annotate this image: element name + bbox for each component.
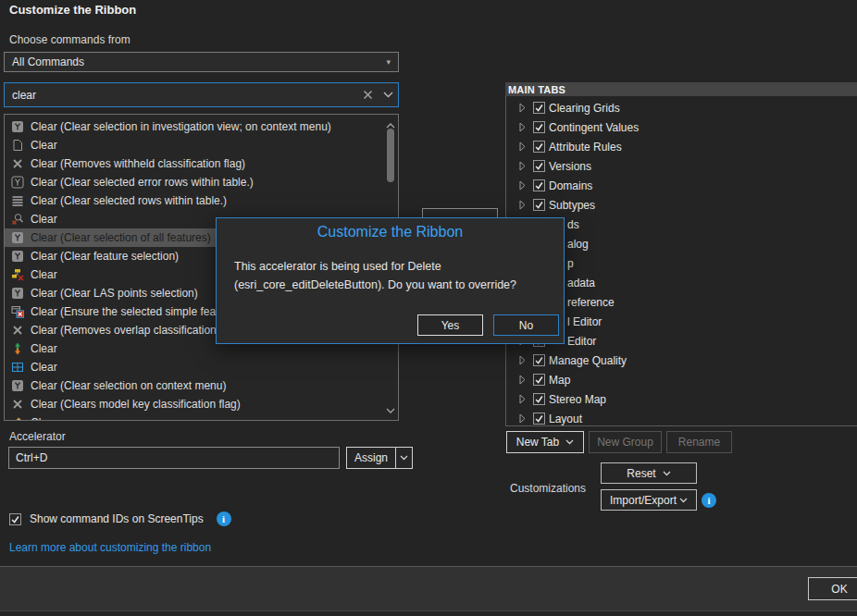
command-label: Clear	[31, 268, 57, 281]
command-label: Clear (Clear selected error rows within …	[31, 176, 254, 189]
grid-blue-icon	[10, 361, 24, 375]
command-label: Clear	[31, 139, 57, 152]
ok-button[interactable]: OK	[808, 577, 857, 600]
expander-icon[interactable]	[519, 394, 527, 404]
new-group-button[interactable]: New Group	[589, 431, 662, 453]
expander-icon[interactable]	[519, 180, 527, 191]
expander-icon[interactable]	[519, 200, 527, 210]
command-search-input[interactable]	[5, 89, 357, 102]
command-row[interactable]: Clear	[5, 413, 382, 421]
clear-search-icon[interactable]	[357, 83, 378, 106]
tab-checkbox[interactable]	[533, 179, 545, 191]
no-label: No	[519, 319, 533, 332]
expander-icon[interactable]	[519, 142, 527, 152]
tree-row[interactable]: Layout	[506, 409, 857, 426]
command-label: Clear (Removes withheld classification f…	[31, 157, 245, 170]
command-label: Clear (Clear feature selection)	[31, 250, 179, 263]
main-tabs-header-label: MAIN TABS	[508, 84, 565, 95]
select-filled-icon	[10, 250, 24, 264]
command-row[interactable]: Clear (Clear selected error rows within …	[5, 173, 382, 191]
tab-label: Subtypes	[549, 199, 595, 212]
chevron-down-icon	[565, 439, 574, 445]
scrollbar-thumb[interactable]	[387, 129, 394, 182]
tab-checkbox[interactable]	[533, 199, 545, 211]
tab-checkbox[interactable]	[533, 354, 545, 366]
reset-label: Reset	[627, 467, 655, 480]
expander-icon[interactable]	[519, 161, 527, 171]
modal-message-line2: (esri_core_editDeleteButton). Do you wan…	[234, 278, 516, 291]
expander-icon[interactable]	[519, 413, 527, 424]
import-export-button[interactable]: Import/Export	[601, 489, 697, 511]
modal-message-line1: This accelerator is being used for Delet…	[234, 260, 441, 273]
sitemap-clear-icon	[10, 268, 24, 282]
show-command-ids-label: Show command IDs on ScreenTips	[30, 512, 204, 525]
page-title: Customize the Ribbon	[9, 3, 136, 17]
yes-button[interactable]: Yes	[417, 314, 483, 336]
command-search-box[interactable]	[4, 82, 399, 107]
expander-icon[interactable]	[519, 355, 527, 365]
tree-row[interactable]: Manage Quality	[506, 351, 857, 370]
show-command-ids-checkbox[interactable]	[9, 513, 21, 525]
table-x-icon	[10, 305, 24, 319]
tree-row[interactable]: Contingent Values	[506, 117, 857, 137]
learn-more-link[interactable]: Learn more about customizing the ribbon	[9, 541, 211, 554]
command-label: Clear	[31, 342, 57, 355]
tab-checkbox[interactable]	[533, 121, 545, 133]
command-row[interactable]: Clear	[5, 136, 382, 154]
command-row[interactable]: Clear (Clear selection on context menu)	[5, 376, 382, 395]
command-label: Clear (Clear selection in investigation …	[31, 120, 331, 133]
x-gray-icon	[10, 324, 24, 338]
show-command-ids-row: Show command IDs on ScreenTips i	[9, 511, 231, 526]
tree-row[interactable]: Subtypes	[506, 195, 857, 215]
assign-dropdown-chevron-icon[interactable]	[395, 448, 412, 468]
tree-row[interactable]: Attribute Rules	[506, 137, 857, 156]
command-label: Clear	[31, 361, 57, 374]
rename-button[interactable]: Rename	[666, 431, 732, 453]
tab-label: Manage Quality	[549, 354, 627, 367]
import-export-label: Import/Export	[610, 494, 677, 507]
commands-source-value: All Commands	[12, 55, 84, 68]
reset-button[interactable]: Reset	[601, 462, 697, 484]
command-row[interactable]: Clear (Removes withheld classification f…	[5, 154, 382, 173]
command-row[interactable]: Clear	[5, 358, 382, 376]
tab-checkbox[interactable]	[533, 413, 545, 425]
select-filled-icon	[10, 379, 24, 393]
tree-row[interactable]: Versions	[506, 156, 857, 176]
tab-checkbox[interactable]	[533, 141, 545, 153]
scroll-down-icon[interactable]	[386, 403, 395, 416]
screentips-info-icon[interactable]: i	[217, 511, 231, 526]
ok-label: OK	[831, 583, 847, 596]
command-row[interactable]: Clear (Clear selected rows within table.…	[5, 191, 382, 210]
search-dropdown-chevron-icon[interactable]	[378, 83, 398, 106]
tab-checkbox[interactable]	[533, 160, 545, 172]
assign-button[interactable]: Assign	[346, 447, 413, 469]
find-clear-icon	[10, 213, 24, 227]
expander-icon[interactable]	[519, 103, 527, 113]
footer-bar	[0, 567, 857, 610]
tree-row[interactable]: Stereo Map	[506, 389, 857, 409]
select-filled-icon	[10, 120, 24, 134]
command-row[interactable]: Clear (Clear selection in investigation …	[5, 117, 382, 136]
expander-icon[interactable]	[519, 122, 527, 132]
select-outline-icon	[10, 176, 24, 190]
commands-source-combo[interactable]: All Commands ▾	[4, 52, 399, 72]
accelerator-input[interactable]	[8, 447, 340, 469]
command-row[interactable]: Clear (Clears model key classification f…	[5, 395, 382, 413]
tab-label: l Editor	[567, 315, 602, 328]
tree-row[interactable]: Clearing Grids	[506, 98, 857, 117]
main-tabs-header: MAIN TABS	[505, 82, 857, 96]
command-label: Clear (Clears model key classification f…	[31, 398, 241, 411]
tree-row[interactable]: Domains	[506, 176, 857, 195]
command-label: Clear (Clear selection on context menu)	[31, 379, 226, 392]
expander-icon[interactable]	[519, 375, 527, 385]
tab-label: Clearing Grids	[549, 102, 620, 115]
footer-bottom-strip	[0, 610, 857, 616]
command-label: Clear (Ensure the selected simple feat	[31, 305, 218, 318]
new-tab-button[interactable]: New Tab	[506, 431, 584, 453]
tab-checkbox[interactable]	[533, 102, 545, 114]
tree-row[interactable]: Map	[506, 370, 857, 389]
import-export-info-icon[interactable]: i	[702, 493, 716, 508]
tab-checkbox[interactable]	[533, 393, 545, 405]
tab-checkbox[interactable]	[533, 374, 545, 386]
no-button[interactable]: No	[493, 314, 559, 336]
